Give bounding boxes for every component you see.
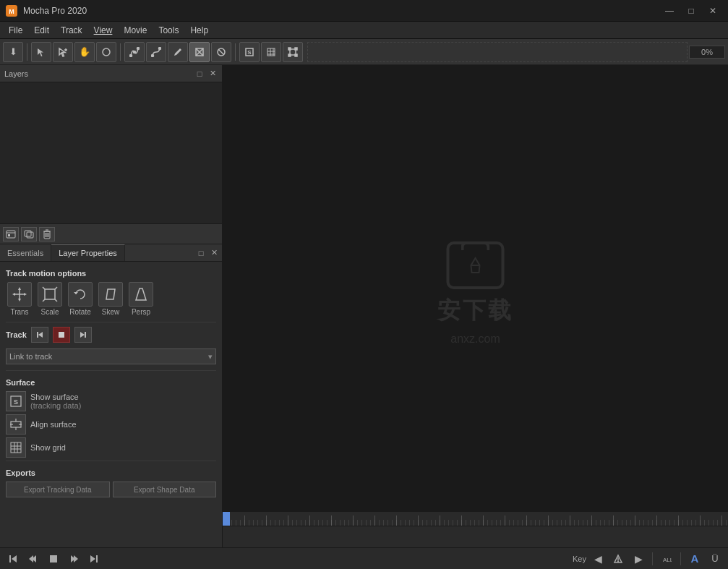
- svg-rect-27: [288, 54, 291, 56]
- props-float-btn[interactable]: □: [196, 248, 206, 258]
- toolbar-transform-btn[interactable]: [283, 42, 303, 62]
- minimize-button[interactable]: —: [660, 3, 679, 19]
- motion-skew[interactable]: Skew: [97, 282, 124, 316]
- key-add[interactable]: [609, 551, 627, 567]
- layers-title: Layers: [4, 69, 28, 78]
- properties-section: Essentials Layer Properties □ ✕ Track mo…: [0, 244, 222, 547]
- export-shape-btn[interactable]: Export Shape Data: [113, 482, 217, 497]
- layers-duplicate-btn[interactable]: [21, 227, 37, 241]
- tab-layer-properties[interactable]: Layer Properties: [51, 244, 125, 261]
- layers-section: Layers □ ✕: [0, 65, 222, 244]
- trans-label: Trans: [10, 308, 28, 316]
- motion-trans[interactable]: Trans: [6, 282, 33, 316]
- track-motion-title: Track motion options: [6, 269, 216, 278]
- umlaut-u-btn[interactable]: Ü: [706, 551, 724, 567]
- svg-rect-28: [295, 54, 297, 56]
- key-label: Key: [573, 555, 586, 563]
- playback-back-frame[interactable]: [25, 551, 42, 567]
- app-icon: M: [6, 5, 17, 17]
- svg-rect-26: [295, 48, 297, 50]
- all-key-btn[interactable]: ALL: [658, 551, 675, 567]
- toolbar-bezier-btn[interactable]: [146, 42, 166, 62]
- trans-icon-box: [7, 282, 32, 307]
- svg-rect-25: [288, 48, 291, 50]
- track-forward-btn[interactable]: [74, 327, 92, 343]
- close-button[interactable]: ✕: [703, 3, 722, 19]
- motion-persp[interactable]: Persp: [127, 282, 155, 316]
- link-to-track-row: Link to track ▾: [6, 348, 216, 364]
- svg-point-7: [130, 54, 132, 56]
- toolbar-grid-btn[interactable]: [261, 42, 281, 62]
- toolbar-rect-mask-btn[interactable]: [189, 42, 210, 62]
- svg-rect-78: [9, 555, 11, 562]
- menu-movie[interactable]: Movie: [118, 24, 153, 37]
- toolbar-surface-btn[interactable]: S: [239, 42, 260, 62]
- svg-text:S: S: [14, 398, 18, 406]
- playback-fwd-frame[interactable]: [65, 551, 82, 567]
- menu-tools[interactable]: Tools: [153, 24, 184, 37]
- export-tracking-btn[interactable]: Export Tracking Data: [6, 482, 110, 497]
- svg-marker-45: [24, 293, 27, 296]
- menu-file[interactable]: File: [3, 24, 28, 37]
- svg-marker-2: [38, 48, 43, 56]
- svg-line-50: [55, 299, 57, 301]
- toolbar-ellipse-btn[interactable]: [96, 42, 116, 62]
- key-prev[interactable]: ◀: [589, 551, 607, 567]
- main-layout: Layers □ ✕: [0, 65, 728, 547]
- layers-delete-btn[interactable]: [39, 227, 55, 241]
- layers-toolbar: [0, 223, 222, 244]
- svg-marker-3: [59, 48, 65, 56]
- canvas-area: 安下载 anxz.com: [223, 65, 728, 511]
- toolbar-ellipse-mask-btn[interactable]: [211, 42, 231, 62]
- svg-marker-43: [18, 299, 21, 301]
- svg-point-6: [103, 48, 110, 56]
- motion-icons-row: Trans Scale: [6, 282, 216, 316]
- playback-stop[interactable]: [45, 551, 62, 567]
- svg-marker-51: [74, 292, 78, 294]
- svg-marker-42: [18, 287, 21, 290]
- playback-goto-end[interactable]: [85, 551, 103, 567]
- layers-new-btn[interactable]: [3, 227, 19, 241]
- layers-content: [0, 82, 222, 223]
- menu-track[interactable]: Track: [55, 24, 88, 37]
- key-next[interactable]: ▶: [630, 551, 647, 567]
- layers-close-btn[interactable]: ✕: [207, 69, 218, 79]
- track-backward-btn[interactable]: [31, 327, 48, 343]
- menu-view[interactable]: View: [88, 24, 119, 37]
- bottom-sep-2: [680, 552, 681, 565]
- svg-rect-56: [59, 332, 64, 338]
- svg-point-9: [137, 47, 140, 49]
- timeline-ruler[interactable]: [223, 512, 728, 526]
- svg-marker-54: [38, 332, 43, 338]
- link-to-track-label: Link to track: [9, 352, 52, 361]
- playback-goto-start[interactable]: [4, 551, 22, 567]
- props-close-btn[interactable]: ✕: [209, 248, 219, 258]
- toolbar-pen-btn[interactable]: [168, 42, 188, 62]
- motion-rotate[interactable]: Rotate: [67, 282, 94, 316]
- toolbar-pan-btn[interactable]: ✋: [74, 42, 95, 62]
- menu-help[interactable]: Help: [184, 24, 214, 37]
- svg-text:M: M: [9, 8, 14, 15]
- svg-line-48: [55, 287, 57, 289]
- link-to-track-dropdown[interactable]: Link to track ▾: [6, 348, 216, 364]
- text-a-btn[interactable]: A: [686, 551, 703, 567]
- svg-rect-58: [85, 332, 86, 338]
- toolbar-xspline-btn[interactable]: [124, 42, 145, 62]
- skew-label: Skew: [102, 308, 119, 316]
- skew-icon-box: [98, 282, 123, 307]
- tab-essentials[interactable]: Essentials: [0, 244, 51, 261]
- maximize-button[interactable]: □: [682, 3, 701, 19]
- svg-rect-33: [27, 232, 33, 238]
- motion-scale[interactable]: Scale: [36, 282, 64, 316]
- toolbar-select-btn[interactable]: [31, 42, 51, 62]
- persp-label: Persp: [132, 308, 150, 316]
- timeline-content: [223, 526, 728, 547]
- svg-rect-55: [37, 332, 38, 338]
- layers-float-btn[interactable]: □: [194, 69, 205, 79]
- menu-edit[interactable]: Edit: [28, 24, 55, 37]
- toolbar-addpoint-btn[interactable]: [53, 42, 73, 62]
- toolbar-import-btn[interactable]: ⬇: [3, 42, 23, 62]
- toolbar-sep-1: [27, 43, 27, 61]
- show-grid-label: Show grid: [30, 442, 66, 453]
- track-stop-btn[interactable]: [53, 327, 70, 343]
